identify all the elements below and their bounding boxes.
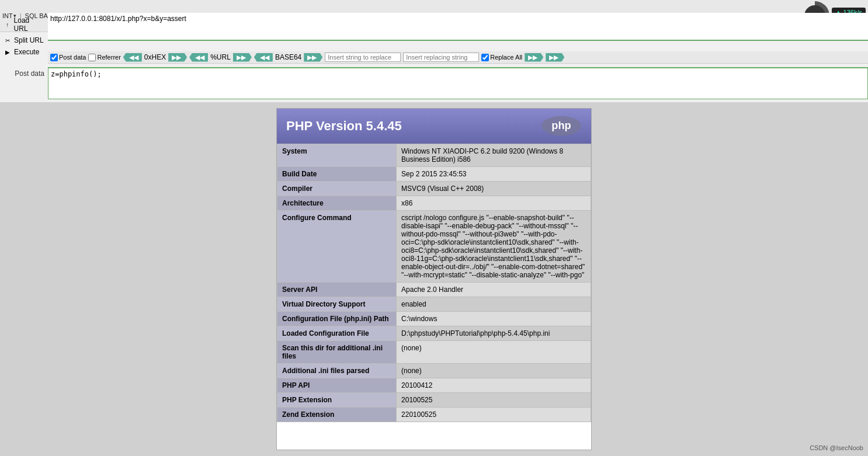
url-input[interactable] [50, 15, 866, 32]
sidebar-item-load-url[interactable]: ↑ Load URL [2, 15, 46, 32]
sidebar: ↑ Load URL ✂ Split URL ▶ Execute [0, 13, 48, 32]
url-area [48, 13, 868, 32]
sidebar-load-url-label: Load URL [14, 16, 44, 32]
load-url-icon: ↑ [4, 20, 12, 29]
